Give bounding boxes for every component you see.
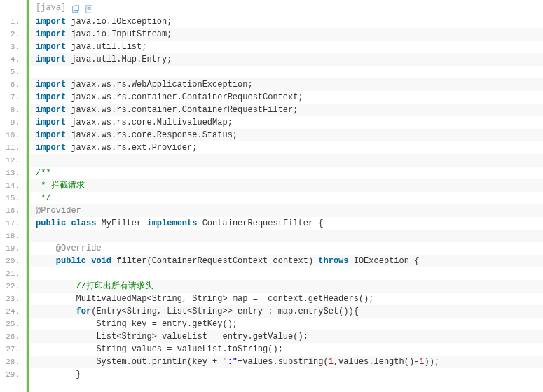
language-label: [java]	[36, 0, 66, 15]
line-number-gutter: 1.2.3.4.5.6.7.8.9.10.11.12.13.14.15.16.1…	[0, 0, 27, 392]
code-token	[36, 281, 76, 291]
view-icon[interactable]	[85, 4, 94, 12]
code-token: import	[36, 130, 66, 140]
line-number: 7.	[0, 91, 26, 104]
code-token: import	[36, 42, 66, 52]
code-token: class	[71, 218, 96, 228]
line-number: 3.	[0, 41, 26, 53]
line-number: 8.	[0, 104, 26, 116]
code-token: javax.ws.rs.ext.Provider;	[66, 143, 197, 153]
code-line	[29, 230, 543, 242]
line-number: 18.	[0, 230, 26, 242]
code-viewer: 1.2.3.4.5.6.7.8.9.10.11.12.13.14.15.16.1…	[0, 0, 543, 392]
code-header: [java]	[29, 0, 543, 15]
code-token: System.out.println(key +	[36, 357, 222, 367]
code-line: for(Entry<String, List<String>> entry : …	[29, 305, 543, 318]
code-line: public void filter(ContainerRequestConte…	[29, 255, 543, 267]
code-line: */	[29, 192, 543, 204]
line-number: 6.	[0, 78, 26, 91]
code-token: List<String> valueList = entry.getValue(…	[36, 332, 308, 342]
line-number: 17.	[0, 217, 26, 230]
code-content: [java] import java.io.IOException;import…	[29, 0, 543, 392]
code-line: import java.util.List;	[29, 41, 543, 53]
code-token: javax.ws.rs.core.MultivaluedMap;	[66, 118, 233, 127]
code-line: import javax.ws.rs.container.ContainerRe…	[29, 91, 543, 104]
line-number: 29.	[0, 368, 26, 381]
code-token: ,values.length()-	[334, 357, 419, 367]
code-token: 1	[419, 357, 424, 367]
code-line: System.out.println(key + ":"+values.subs…	[29, 356, 543, 368]
code-token: }	[36, 370, 81, 379]
gutter-header-spacer	[0, 0, 26, 15]
code-token: java.io.IOException;	[66, 17, 172, 27]
code-token: String values = valueList.toString();	[36, 344, 283, 354]
copy-icon[interactable]	[71, 4, 80, 12]
code-token: void	[91, 256, 111, 266]
line-number: 19.	[0, 242, 26, 255]
code-token: implements	[146, 218, 197, 228]
code-token: import	[36, 80, 66, 90]
code-line: }	[29, 368, 543, 381]
code-token: import	[36, 92, 66, 102]
line-number: 27.	[0, 343, 26, 356]
code-token: javax.ws.rs.container.ContainerRequestCo…	[66, 92, 303, 102]
code-line: import java.io.IOException;	[29, 15, 543, 28]
code-line	[29, 154, 543, 167]
code-line: public class MyFilter implements Contain…	[29, 217, 543, 230]
code-token: MultivaluedMap<String, String> map = con…	[36, 294, 373, 304]
code-token: import	[36, 118, 66, 127]
code-token	[36, 256, 56, 266]
code-token: MyFilter	[96, 218, 146, 228]
line-number: 14.	[0, 179, 26, 192]
code-line: @Provider	[29, 204, 543, 217]
code-line: import javax.ws.rs.ext.Provider;	[29, 141, 543, 154]
code-line	[29, 267, 543, 280]
line-number: 22.	[0, 280, 26, 293]
code-line: /**	[29, 167, 543, 179]
code-line: import java.io.InputStream;	[29, 28, 543, 41]
code-line	[29, 66, 543, 78]
line-number: 25.	[0, 318, 26, 330]
code-token: IOException {	[349, 256, 420, 266]
code-line: //打印出所有请求头	[29, 280, 543, 293]
code-token	[36, 244, 56, 253]
code-line: import javax.ws.rs.WebApplicationExcepti…	[29, 78, 543, 91]
code-token: javax.ws.rs.core.Response.Status;	[66, 130, 238, 140]
code-token: public	[56, 256, 86, 266]
code-token: */	[36, 193, 51, 203]
line-number: 28.	[0, 356, 26, 368]
code-token: * 拦截请求	[36, 181, 85, 190]
line-number: 9.	[0, 116, 26, 129]
code-line: List<String> valueList = entry.getValue(…	[29, 330, 543, 343]
line-number: 20.	[0, 255, 26, 267]
code-token: import	[36, 143, 66, 153]
code-line: String key = entry.getKey();	[29, 318, 543, 330]
code-token: public	[36, 218, 66, 228]
code-token: java.util.Map.Entry;	[66, 55, 172, 64]
code-token: @Override	[56, 244, 102, 253]
code-line: import java.util.Map.Entry;	[29, 53, 543, 66]
code-token: 1	[329, 357, 334, 367]
line-number: 4.	[0, 53, 26, 66]
code-token: ":"	[222, 357, 238, 367]
code-token: for	[76, 307, 92, 316]
code-token: /**	[36, 168, 51, 178]
code-token: javax.ws.rs.container.ContainerRequestFi…	[66, 105, 298, 115]
line-number: 15.	[0, 192, 26, 204]
line-number: 23.	[0, 293, 26, 305]
code-line: import javax.ws.rs.container.ContainerRe…	[29, 104, 543, 116]
code-token	[36, 307, 76, 316]
line-number: 5.	[0, 66, 26, 78]
line-number: 10.	[0, 129, 26, 141]
code-line: import javax.ws.rs.core.Response.Status;	[29, 129, 543, 141]
code-token: ContainerRequestFilter {	[197, 218, 323, 228]
line-number: 21.	[0, 267, 26, 280]
code-token: import	[36, 55, 66, 64]
code-token: java.io.InputStream;	[66, 29, 172, 39]
code-line: * 拦截请求	[29, 179, 543, 192]
code-token: filter(ContainerRequestContext context)	[111, 256, 318, 266]
code-token: import	[36, 105, 66, 115]
code-token: throws	[318, 256, 348, 266]
code-line: import javax.ws.rs.core.MultivaluedMap;	[29, 116, 543, 129]
line-number: 2.	[0, 28, 26, 41]
